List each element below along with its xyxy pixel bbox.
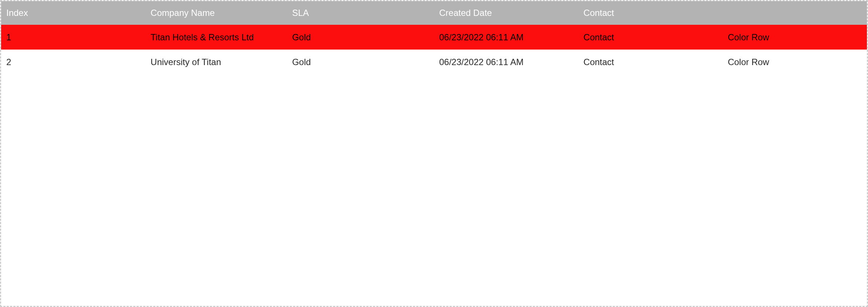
table-row[interactable]: 1Titan Hotels & Resorts LtdGold06/23/202… [1, 25, 867, 50]
header-color-row [723, 1, 867, 25]
header-sla[interactable]: SLA [287, 1, 434, 25]
cell-created: 06/23/2022 06:11 AM [434, 50, 578, 74]
cell-sla: Gold [287, 25, 434, 50]
cell-company: Titan Hotels & Resorts Ltd [145, 25, 287, 50]
cell-index: 1 [1, 25, 145, 50]
data-table: Index Company Name SLA Created Date Cont… [1, 1, 867, 74]
cell-company: University of Titan [145, 50, 287, 74]
header-index[interactable]: Index [1, 1, 145, 25]
table-empty-area [1, 74, 867, 306]
header-contact[interactable]: Contact [578, 1, 722, 25]
cell-sla: Gold [287, 50, 434, 74]
cell-created: 06/23/2022 06:11 AM [434, 25, 578, 50]
header-created[interactable]: Created Date [434, 1, 578, 25]
color-row-button[interactable]: Color Row [723, 25, 867, 50]
contact-link[interactable]: Contact [578, 50, 722, 74]
color-row-button[interactable]: Color Row [723, 50, 867, 74]
table-header-row: Index Company Name SLA Created Date Cont… [1, 1, 867, 25]
table-row[interactable]: 2University of TitanGold06/23/2022 06:11… [1, 50, 867, 74]
table-container: Index Company Name SLA Created Date Cont… [0, 0, 868, 307]
cell-index: 2 [1, 50, 145, 74]
contact-link[interactable]: Contact [578, 25, 722, 50]
header-company[interactable]: Company Name [145, 1, 287, 25]
